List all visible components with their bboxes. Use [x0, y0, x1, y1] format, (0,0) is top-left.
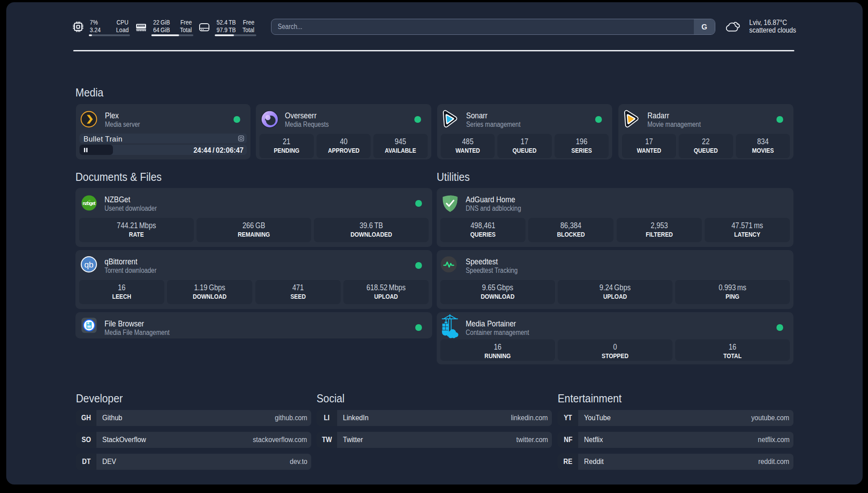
- svg-text:nzbget: nzbget: [83, 201, 96, 206]
- svg-text:qb: qb: [84, 260, 94, 269]
